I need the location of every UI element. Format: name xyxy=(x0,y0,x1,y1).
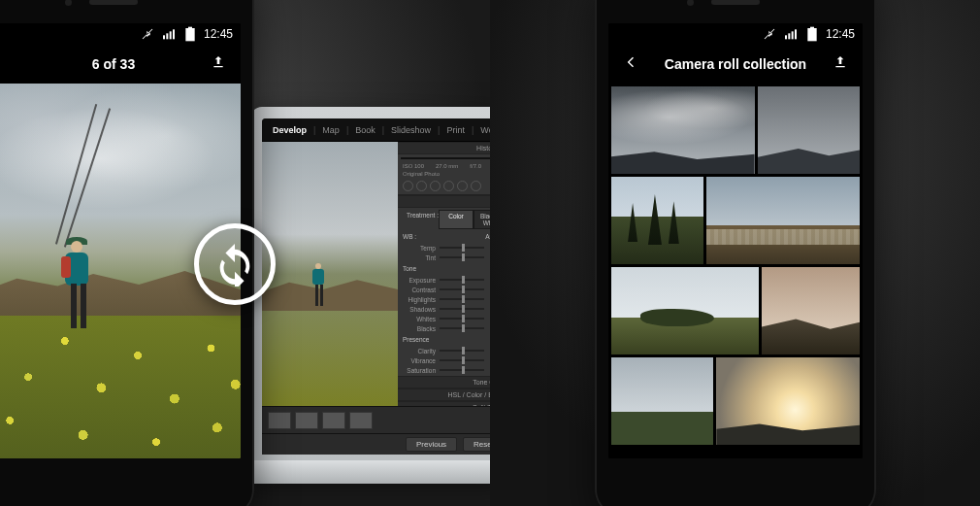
radial-tool-icon[interactable] xyxy=(457,181,468,191)
svg-rect-1 xyxy=(166,33,168,39)
svg-rect-3 xyxy=(173,29,175,39)
share-icon[interactable] xyxy=(833,54,848,74)
tab-develop[interactable]: Develop xyxy=(268,123,311,137)
app-header: Camera roll collection xyxy=(608,45,863,84)
slider-highlights[interactable] xyxy=(440,298,484,300)
svg-rect-10 xyxy=(795,29,797,39)
crop-tool-icon[interactable] xyxy=(403,181,413,191)
presence-label: Presence xyxy=(403,336,429,343)
svg-rect-2 xyxy=(170,31,172,39)
basic-panel-header[interactable]: Basic xyxy=(398,195,490,208)
slider-whites[interactable] xyxy=(440,318,484,320)
slider-vibrance[interactable] xyxy=(440,359,484,361)
filmstrip[interactable] xyxy=(262,406,490,433)
tab-book[interactable]: Book xyxy=(350,123,380,137)
tab-print[interactable]: Print xyxy=(441,123,470,137)
brush-tool-icon[interactable] xyxy=(471,181,481,191)
treatment-label: Treatment : xyxy=(402,210,439,229)
grid-thumb[interactable] xyxy=(611,86,755,174)
slider-clarity[interactable] xyxy=(440,350,484,352)
signal-icon xyxy=(783,26,799,42)
gradient-tool-icon[interactable] xyxy=(443,181,454,191)
slider-tint[interactable] xyxy=(440,256,484,258)
signal-icon xyxy=(161,26,177,42)
wb-label: WB : xyxy=(403,233,416,240)
treatment-color[interactable]: Color xyxy=(439,210,474,229)
laptop-frame: Develop| Map| Book| Slideshow| Print| We… xyxy=(250,107,490,476)
grid-thumb[interactable] xyxy=(716,357,860,445)
reset-button[interactable]: Reset xyxy=(463,437,490,452)
svg-rect-7 xyxy=(785,35,787,39)
slider-exposure[interactable] xyxy=(440,279,484,281)
svg-rect-8 xyxy=(788,33,790,39)
photo-counter: 6 of 33 xyxy=(21,56,206,72)
redeye-tool-icon[interactable] xyxy=(430,181,441,191)
histogram-header[interactable]: Histogram xyxy=(398,142,490,154)
original-photo-toggle[interactable]: Original Photo xyxy=(403,171,440,177)
share-icon[interactable] xyxy=(211,54,226,74)
collection-title: Camera roll collection xyxy=(643,56,828,72)
status-bar: 12:45 xyxy=(0,23,241,45)
back-icon[interactable] xyxy=(623,54,638,74)
histogram xyxy=(401,157,490,159)
mute-icon xyxy=(140,26,155,42)
tool-strip xyxy=(398,178,490,195)
slider-contrast[interactable] xyxy=(440,288,484,290)
grid-thumb[interactable] xyxy=(758,86,860,174)
previous-button[interactable]: Previous xyxy=(406,437,457,452)
panel-tonecurve[interactable]: Tone Curve xyxy=(398,376,490,388)
promo-panel-sync: Develop| Map| Book| Slideshow| Print| We… xyxy=(0,0,490,506)
battery-icon xyxy=(182,26,198,42)
slider-shadows[interactable] xyxy=(440,308,484,310)
svg-rect-13 xyxy=(809,33,814,40)
svg-rect-6 xyxy=(187,33,192,40)
app-header: 6 of 33 xyxy=(0,45,241,84)
lightroom-module-tabs: Develop| Map| Book| Slideshow| Print| We… xyxy=(262,118,490,142)
svg-rect-5 xyxy=(188,27,192,29)
spot-tool-icon[interactable] xyxy=(416,181,427,191)
tab-web[interactable]: Web xyxy=(475,123,490,137)
tone-label: Tone xyxy=(403,265,416,272)
photo-subject xyxy=(57,241,96,348)
panel-hsl[interactable]: HSL / Color / B & W xyxy=(398,388,490,401)
status-time: 12:45 xyxy=(204,27,233,41)
grid-thumb[interactable] xyxy=(706,177,860,264)
sync-icon xyxy=(194,223,276,305)
grid-thumb[interactable] xyxy=(611,177,703,264)
histogram-readout: ISO 100 27.0 mm f/7.0 1/640 xyxy=(398,162,490,170)
status-bar: 12:45 xyxy=(608,23,863,45)
tab-map[interactable]: Map xyxy=(317,123,344,137)
svg-rect-9 xyxy=(792,31,794,39)
svg-rect-12 xyxy=(810,27,814,29)
grid-thumb[interactable] xyxy=(762,267,860,354)
phone-frame-right: 12:45 Camera roll collection xyxy=(595,0,876,506)
promo-panel-collection: 12:45 Camera roll collection xyxy=(490,0,980,506)
svg-rect-0 xyxy=(163,35,165,39)
grid-thumb[interactable] xyxy=(611,267,759,354)
treatment-bw[interactable]: Black & White xyxy=(474,210,490,229)
photo-grid[interactable] xyxy=(608,84,863,458)
battery-icon xyxy=(804,26,820,42)
slider-temp[interactable] xyxy=(440,247,484,249)
tab-slideshow[interactable]: Slideshow xyxy=(386,123,436,137)
slider-blacks[interactable] xyxy=(440,327,484,329)
slider-saturation[interactable] xyxy=(440,369,484,371)
mute-icon xyxy=(762,26,777,42)
lightroom-preview xyxy=(262,142,398,406)
lightroom-window: Develop| Map| Book| Slideshow| Print| We… xyxy=(262,118,490,455)
status-time: 12:45 xyxy=(826,27,855,41)
grid-thumb[interactable] xyxy=(611,357,713,445)
lightroom-develop-panel: Histogram ISO 100 27.0 mm f/7.0 1/640 Or… xyxy=(398,142,490,406)
